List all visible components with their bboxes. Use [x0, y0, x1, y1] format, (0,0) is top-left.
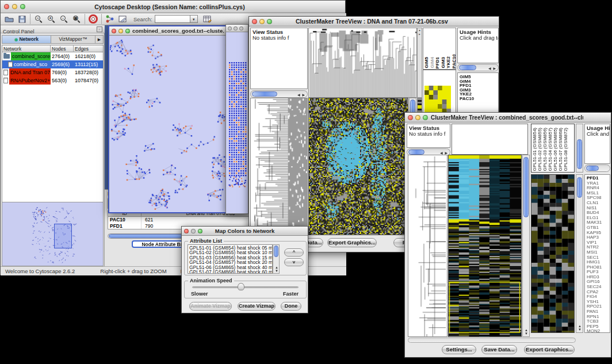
- tv2-column-label[interactable]: GPL51-07 (GSM868): [559, 128, 563, 171]
- move-down-button[interactable]: v: [284, 258, 304, 266]
- close-icon[interactable]: [408, 115, 413, 120]
- minimize-icon[interactable]: [234, 26, 238, 30]
- open-file-icon[interactable]: [3, 13, 16, 25]
- tv1-row-dendrogram[interactable]: [250, 98, 308, 235]
- background-network-canvas[interactable]: [226, 32, 248, 213]
- tv2-column-label[interactable]: GPL51-02 (GSM855): [538, 128, 542, 171]
- zoom-out-icon[interactable]: −: [32, 13, 45, 25]
- tv2-gene-label[interactable]: MON2: [587, 329, 610, 333]
- tab-overflow-icon[interactable]: ▶: [95, 36, 103, 43]
- tv2-settings-button[interactable]: Settings...: [442, 345, 476, 354]
- network-table-row[interactable]: combined_scores2764(0)16218(0): [2, 52, 103, 60]
- scroll-up-down-icons[interactable]: ▲▼: [525, 328, 529, 335]
- tab-vizmapper[interactable]: VizMapper™: [51, 36, 95, 43]
- help-lifering-icon[interactable]: [87, 13, 100, 25]
- tv2-status-scroll-thumb[interactable]: [408, 150, 424, 155]
- search-dropdown-icon[interactable]: ▼: [190, 15, 198, 23]
- scroll-left-right-icons[interactable]: ◀ ▶: [488, 66, 496, 70]
- tv2-labels-vscroll-thumb[interactable]: [577, 139, 582, 169]
- tv2-column-label[interactable]: GPL51-04 (GSM857): [548, 128, 553, 171]
- minimize-icon[interactable]: [191, 229, 196, 233]
- float-panel-icon[interactable]: ⌕: [97, 26, 102, 32]
- map-colors-titlebar[interactable]: Map Colors to Network: [182, 227, 308, 236]
- scroll-up-down-icons[interactable]: ▲▼: [578, 324, 582, 331]
- tv2-column-label[interactable]: GPL51-01 (GSM854): [533, 128, 537, 171]
- zoom-window-icon[interactable]: [239, 26, 243, 30]
- network-table-row[interactable]: DNA and Tran 07769(0)183728(0): [2, 68, 103, 76]
- tv1-column-label[interactable]: GIM4: [430, 57, 435, 68]
- close-icon[interactable]: [4, 4, 9, 9]
- minimize-icon[interactable]: [415, 115, 420, 120]
- network-table-row[interactable]: RNAPuberNov2+563(0)107847(0): [2, 76, 103, 85]
- tv2-zoom-vscroll[interactable]: ▲▼: [576, 174, 583, 333]
- tv1-status-scrollbar[interactable]: ◀ ▶: [250, 90, 308, 98]
- scroll-left-right-icons[interactable]: ◀ ▶: [297, 93, 305, 97]
- tv1-status-scroll-thumb[interactable]: [252, 91, 277, 97]
- birdseye-view[interactable]: [2, 202, 104, 266]
- tv2-labels-vscroll[interactable]: [576, 124, 583, 173]
- minimize-icon[interactable]: [12, 4, 17, 9]
- tv1-usage-scrollbar[interactable]: ◀ ▶: [457, 64, 499, 71]
- zoom-window-icon[interactable]: [267, 19, 272, 24]
- tv1-usage-scroll-thumb[interactable]: [459, 65, 476, 70]
- done-button[interactable]: Done: [281, 302, 301, 311]
- animation-speed-slider[interactable]: [192, 286, 299, 288]
- close-icon[interactable]: [228, 26, 232, 30]
- save-icon[interactable]: [16, 13, 28, 25]
- attribute-list-vscroll-thumb[interactable]: [274, 246, 278, 257]
- tv1-column-label[interactable]: GIM3: [441, 57, 446, 68]
- tv2-row-dendrogram[interactable]: [408, 155, 447, 337]
- minimize-icon[interactable]: [259, 19, 265, 24]
- scroll-up-down-icons[interactable]: ▲▼: [275, 266, 279, 273]
- tv2-column-label[interactable]: GPL51-08 (GSM872): [564, 128, 568, 171]
- tv1-column-label[interactable]: GIM5: [424, 57, 429, 68]
- tv2-usage-scroll-thumb[interactable]: [586, 166, 599, 171]
- treeview2-titlebar[interactable]: ClusterMaker TreeView : combined_scores_…: [405, 113, 611, 122]
- treeview1-titlebar[interactable]: ClusterMaker TreeView : DNA and Tran 07-…: [249, 17, 499, 26]
- table-edit-icon[interactable]: [201, 13, 214, 25]
- minimize-icon[interactable]: [118, 29, 123, 33]
- create-vizmap-button[interactable]: Create Vizmap: [238, 302, 276, 311]
- search-input[interactable]: [155, 15, 190, 23]
- tv2-usage-scrollbar[interactable]: [584, 164, 610, 172]
- zoom-window-icon[interactable]: [20, 4, 25, 9]
- zoom-window-icon[interactable]: [198, 229, 202, 233]
- tv2-column-label[interactable]: GPL51-06 (GSM865): [553, 128, 558, 171]
- network-nodes-icon[interactable]: [104, 13, 116, 25]
- zoom-in-icon[interactable]: +: [45, 13, 58, 25]
- animate-vizmap-button[interactable]: Animate Vizmap: [189, 302, 232, 311]
- tv2-bottom-scroll-area[interactable]: [408, 338, 576, 343]
- close-icon[interactable]: [252, 19, 257, 24]
- tv1-heatmap[interactable]: [308, 98, 408, 235]
- birdseye-viewport-rect[interactable]: [54, 224, 72, 248]
- tv2-heatmap-vscroll[interactable]: ▲▼: [522, 155, 530, 337]
- tv2-heatmap-vscroll-thumb[interactable]: [523, 157, 529, 217]
- tv1-column-label[interactable]: YKE2: [446, 56, 451, 68]
- attribute-list-item[interactable]: GPL51-07 (GSM868) heat shock 60 min: [189, 270, 272, 274]
- zoom-fit-icon[interactable]: ▣: [70, 13, 83, 25]
- slider-thumb[interactable]: [238, 283, 244, 290]
- close-icon[interactable]: [184, 229, 189, 233]
- tv1-column-label[interactable]: PFD1: [435, 57, 440, 68]
- tv2-heatmap[interactable]: [448, 155, 522, 337]
- tv2-zoom-heatmap[interactable]: [531, 174, 575, 333]
- zoom-window-icon[interactable]: [125, 29, 130, 33]
- tv1-column-label[interactable]: PAC10: [452, 54, 457, 68]
- tv1-row-label[interactable]: PAC10: [460, 97, 498, 101]
- tv2-column-label[interactable]: GPL51-03 (GSM856): [543, 128, 548, 171]
- close-icon[interactable]: [112, 29, 116, 33]
- move-up-button[interactable]: ^: [284, 248, 304, 256]
- attribute-list-vscroll[interactable]: ▲▼: [273, 244, 280, 274]
- tv1-selected-submatrix[interactable]: [424, 86, 451, 113]
- tab-network[interactable]: ◉ Network: [2, 36, 51, 43]
- network-table-row[interactable]: combined_sco2569(6)13112(15): [2, 60, 103, 68]
- background-window-titlebar[interactable]: [226, 25, 248, 32]
- zoom-window-icon[interactable]: [423, 115, 428, 120]
- tv1-export-graphics-button[interactable]: Export Graphics...: [327, 238, 377, 247]
- zoom-selected-icon[interactable]: ▫: [58, 13, 70, 25]
- tv2-export-graphics-button[interactable]: Export Graphics...: [524, 345, 575, 354]
- tv2-zoom-vscroll-thumb[interactable]: [577, 177, 582, 198]
- main-titlebar[interactable]: Cytoscape Desktop (Session Name: collins…: [1, 1, 345, 13]
- scroll-left-right-icons[interactable]: ◀ ▶: [440, 151, 448, 155]
- attribute-listbox[interactable]: GPL51-01 (GSM854) heat shock 05 minGPL51…: [188, 244, 273, 274]
